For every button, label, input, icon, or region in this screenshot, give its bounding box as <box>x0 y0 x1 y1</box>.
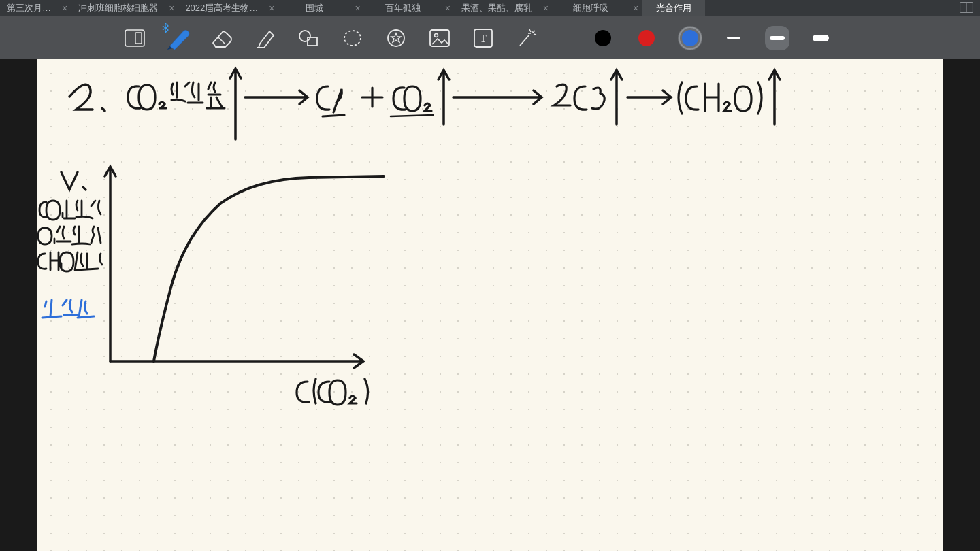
laser-tool-icon[interactable] <box>514 26 539 50</box>
tab-label: 百年孤独 <box>385 2 421 14</box>
svg-point-6 <box>299 31 310 41</box>
stroke-preview-icon <box>813 35 829 41</box>
color-black[interactable] <box>591 26 615 50</box>
svg-point-8 <box>344 31 361 46</box>
color-blue[interactable] <box>678 26 702 50</box>
eraser-tool-icon[interactable] <box>210 26 234 50</box>
tab-fermentation[interactable]: 果酒、果醋、腐乳 <box>455 0 539 16</box>
image-tool-icon[interactable] <box>427 26 452 50</box>
svg-text:T: T <box>480 33 487 44</box>
pen-tool-icon[interactable] <box>166 26 191 50</box>
lasso-tool-icon[interactable] <box>340 26 365 50</box>
split-view-icon[interactable] <box>953 2 980 15</box>
tab-month-exam[interactable]: 第三次月… <box>0 0 58 16</box>
canvas-area: 2. CO₂浓度↑ → C₅ + CO₂↑ → 2C₃↑ → (CH₂O)↑ V… <box>0 59 980 551</box>
tab-respiration[interactable]: 细胞呼吸 <box>553 0 629 16</box>
close-icon[interactable]: × <box>265 3 278 14</box>
note-paper[interactable]: 2. CO₂浓度↑ → C₅ + CO₂↑ → 2C₃↑ → (CH₂O)↑ V… <box>37 59 943 551</box>
tab-label: 果酒、果醋、腐乳 <box>461 2 532 14</box>
stroke-preview-icon <box>727 37 740 39</box>
tab-label: 冲刺班细胞核细胞器 <box>78 2 158 14</box>
bluetooth-icon <box>162 23 169 35</box>
tab-cell-nucleus[interactable]: 冲刺班细胞核细胞器 <box>71 0 165 16</box>
tab-label: 第三次月… <box>7 2 51 14</box>
close-icon[interactable]: × <box>350 3 364 14</box>
stroke-thick[interactable] <box>808 26 833 50</box>
close-icon[interactable]: × <box>165 3 178 14</box>
read-mode-icon[interactable] <box>122 26 147 50</box>
tab-photosynthesis[interactable]: 光合作用 <box>642 0 705 16</box>
close-icon[interactable]: × <box>539 3 553 14</box>
shape-tool-icon[interactable] <box>297 26 321 50</box>
tab-label: 细胞呼吸 <box>573 2 608 14</box>
close-icon[interactable]: × <box>441 3 455 14</box>
toolbar: T <box>0 16 980 59</box>
svg-line-4 <box>218 37 225 44</box>
text-tool-icon[interactable]: T <box>471 26 495 50</box>
tab-bar: 第三次月… × 冲刺班细胞核细胞器 × 2022届高考生物… × 围城 × 百年… <box>0 0 980 16</box>
stroke-medium[interactable] <box>765 26 789 50</box>
close-icon[interactable]: × <box>58 3 71 14</box>
color-dot-icon <box>682 30 698 46</box>
tab-weicheng[interactable]: 围城 <box>278 0 350 16</box>
tab-2022-bio[interactable]: 2022届高考生物… <box>178 0 265 16</box>
close-icon[interactable]: × <box>629 3 642 14</box>
stroke-preview-icon <box>770 36 785 40</box>
color-dot-icon <box>638 30 655 46</box>
color-dot-icon <box>595 30 611 46</box>
svg-rect-3 <box>135 33 142 44</box>
svg-point-11 <box>435 33 438 37</box>
tab-label: 2022届高考生物… <box>185 2 258 14</box>
handwriting-ink <box>37 59 943 551</box>
stroke-thin[interactable] <box>721 26 746 50</box>
tab-hundred-years[interactable]: 百年孤独 <box>365 0 441 16</box>
tab-label: 光合作用 <box>656 2 691 14</box>
tab-label: 围城 <box>306 2 323 14</box>
stamp-tool-icon[interactable] <box>384 26 408 50</box>
color-red[interactable] <box>634 26 659 50</box>
highlighter-tool-icon[interactable] <box>253 26 278 50</box>
